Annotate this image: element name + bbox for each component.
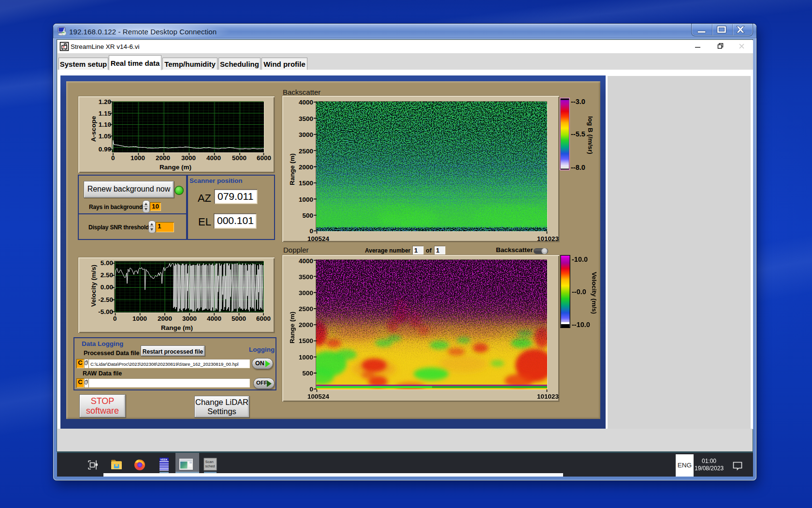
svg-text:sched: sched [205, 464, 215, 468]
svg-text:Scan: Scan [205, 460, 214, 464]
svg-text:VEEK: VEEK [160, 458, 168, 461]
